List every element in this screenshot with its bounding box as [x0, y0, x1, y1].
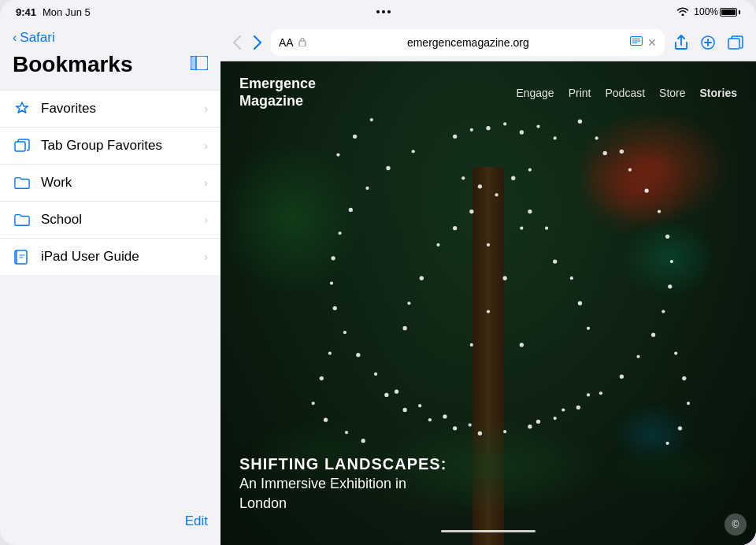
svg-point-61: [553, 259, 557, 263]
svg-point-62: [570, 276, 573, 280]
svg-point-76: [428, 418, 432, 421]
nav-link-engage[interactable]: Engage: [516, 87, 554, 99]
bookmark-item-tab-group-favorites[interactable]: Tab Group Favorites ›: [0, 128, 220, 165]
share-button[interactable]: [671, 32, 691, 54]
svg-point-68: [520, 227, 523, 230]
svg-point-23: [658, 209, 661, 213]
caption-title: SHIFTING LANDSCAPES:: [239, 454, 447, 474]
svg-point-44: [333, 306, 337, 310]
lock-icon: [298, 37, 306, 48]
nav-link-podcast[interactable]: Podcast: [605, 87, 645, 99]
sidebar-toggle-icon[interactable]: [191, 56, 208, 74]
svg-point-22: [644, 188, 648, 192]
tabs-overview-button[interactable]: [724, 32, 747, 53]
svg-point-32: [576, 406, 580, 410]
svg-point-87: [361, 439, 365, 443]
bookmark-label-school: School: [41, 212, 204, 228]
svg-point-26: [668, 284, 672, 288]
nav-link-print[interactable]: Print: [569, 87, 591, 99]
svg-point-36: [478, 431, 482, 435]
status-time: 9:41: [16, 6, 36, 18]
bookmark-label-ipad-guide: iPad User Guide: [41, 249, 204, 265]
svg-point-25: [670, 260, 673, 263]
svg-point-59: [453, 226, 457, 230]
svg-point-46: [356, 353, 360, 357]
svg-point-88: [674, 351, 677, 354]
svg-rect-4: [299, 41, 306, 46]
svg-point-17: [470, 128, 473, 132]
scroll-indicator: [441, 530, 536, 532]
svg-point-82: [328, 351, 332, 354]
close-url-icon[interactable]: ✕: [647, 36, 657, 49]
svg-point-50: [443, 414, 447, 418]
bookmark-item-favorites[interactable]: Favorites ›: [0, 90, 220, 128]
forward-button[interactable]: [250, 32, 265, 53]
address-bar[interactable]: AA emergencemagazine.org: [271, 29, 665, 56]
svg-point-24: [665, 235, 669, 239]
bookmark-item-school[interactable]: School ›: [0, 202, 220, 239]
back-button[interactable]: [230, 32, 244, 53]
svg-point-70: [487, 243, 490, 247]
svg-point-73: [520, 343, 524, 347]
svg-point-45: [343, 331, 346, 334]
svg-point-89: [682, 376, 686, 380]
chevron-right-icon-2: ›: [204, 139, 208, 152]
safari-back-button[interactable]: ‹ Safari: [0, 24, 220, 49]
svg-point-90: [687, 402, 690, 405]
battery-percent: 100%: [694, 6, 718, 17]
svg-point-71: [503, 276, 507, 280]
chevron-right-icon: ›: [204, 102, 208, 115]
back-chevron-icon: ‹: [13, 31, 17, 45]
svg-point-40: [349, 208, 353, 212]
svg-point-97: [595, 136, 598, 139]
status-date: Mon Jun 5: [43, 6, 91, 18]
nav-link-store[interactable]: Store: [659, 87, 685, 99]
copyright-button[interactable]: ©: [724, 513, 747, 536]
bookmark-item-ipad-guide[interactable]: iPad User Guide ›: [0, 239, 220, 275]
svg-point-43: [330, 281, 333, 284]
svg-point-65: [578, 301, 582, 305]
svg-point-79: [402, 408, 406, 412]
svg-point-38: [386, 166, 390, 170]
svg-point-33: [554, 417, 557, 420]
bookmark-label-tab-group: Tab Group Favorites: [41, 138, 204, 154]
svg-point-49: [418, 404, 421, 407]
status-bar: 9:41 Mon Jun 5 100%: [0, 0, 756, 24]
signal-dots: [376, 10, 391, 13]
add-tab-button[interactable]: [698, 32, 718, 53]
star-icon: [13, 99, 32, 118]
chevron-right-icon-4: ›: [204, 213, 208, 226]
svg-point-42: [331, 256, 335, 260]
svg-point-15: [520, 130, 524, 134]
nav-link-stories[interactable]: Stories: [700, 87, 737, 99]
aa-text[interactable]: AA: [279, 36, 294, 49]
svg-point-60: [436, 243, 439, 247]
svg-point-19: [554, 136, 557, 139]
svg-point-28: [651, 333, 655, 337]
svg-point-75: [453, 426, 457, 430]
svg-point-64: [407, 302, 410, 305]
svg-point-67: [402, 326, 406, 330]
edit-button[interactable]: Edit: [185, 513, 208, 529]
svg-point-18: [453, 135, 457, 139]
svg-point-56: [461, 176, 465, 180]
svg-point-91: [678, 426, 682, 430]
svg-point-86: [345, 431, 348, 434]
caption-subtitle-1: An Immersive Exhibition in: [239, 474, 447, 494]
wifi-icon: [676, 6, 689, 18]
bookmark-item-work[interactable]: Work ›: [0, 165, 220, 202]
folder-icon-school: [13, 210, 32, 229]
web-content[interactable]: Emergence Magazine Engage Print Podcast …: [220, 61, 756, 545]
svg-point-77: [536, 420, 540, 424]
svg-rect-1: [191, 56, 196, 70]
main-container: ‹ Safari Bookmarks: [0, 24, 756, 545]
svg-point-83: [320, 376, 324, 380]
svg-point-30: [620, 375, 624, 379]
svg-point-81: [384, 393, 388, 397]
browser-toolbar: AA emergencemagazine.org: [220, 24, 756, 61]
reader-mode-icon[interactable]: [630, 36, 643, 48]
svg-rect-12: [728, 39, 739, 49]
bookmarks-header: Bookmarks: [0, 49, 220, 90]
url-text: emergencemagazine.org: [311, 36, 625, 49]
sidebar: ‹ Safari Bookmarks: [0, 24, 220, 545]
